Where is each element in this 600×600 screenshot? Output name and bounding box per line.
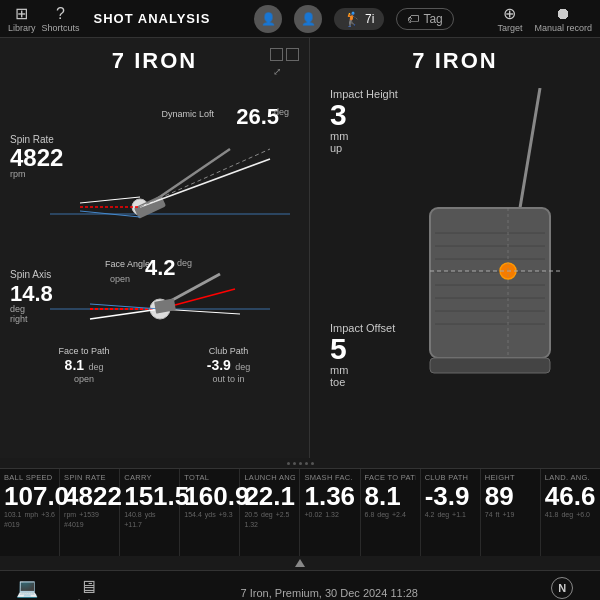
data-button[interactable]: 💻 Data (D) xyxy=(10,577,44,601)
shortcuts-label: Shortcuts xyxy=(42,23,80,33)
stat-sub-1: rpm+1539#4019 xyxy=(64,511,115,528)
stat-sub-9: 41.8deg+6.0 xyxy=(545,511,596,518)
stat-value-7: -3.9 xyxy=(425,482,476,511)
session-label: 7 Iron, Premium, 30 Dec 2024 11:28 xyxy=(241,587,418,599)
club-path-deg: deg xyxy=(235,362,250,372)
club-selector[interactable]: 🏌 7i xyxy=(334,8,384,30)
stat-value-5: 1.36 xyxy=(304,482,355,511)
triangle-up-icon xyxy=(295,559,305,567)
stat-col-0: BALL SPEED107.0103.1mph+3.6#019 xyxy=(0,469,60,556)
club-icon: 🏌 xyxy=(344,11,361,27)
topbar-center: 👤 👤 🏌 7i 🏷 Tag xyxy=(210,5,497,33)
lower-shot-vis: Spin Axis 14.8 degright Face Angle 4.2 d… xyxy=(0,249,309,389)
normalize-button[interactable]: N Normalize (N) xyxy=(534,577,590,601)
shortcuts-button[interactable]: ? Shortcuts xyxy=(42,5,80,33)
face-to-path-value: 8.1 xyxy=(65,357,84,373)
impact-height-section: Impact Height 3 mm up xyxy=(330,88,398,154)
expand-arrows: ⤢ xyxy=(270,65,283,78)
clubhead-area xyxy=(390,88,590,408)
tag-button[interactable]: 🏷 Tag xyxy=(396,8,453,30)
avatar2: 👤 xyxy=(294,5,322,33)
left-panel: 7 IRON ⤢ Spin Rate 4822 rpm Dynamic Loft… xyxy=(0,38,310,458)
stat-value-9: 46.6 xyxy=(545,482,596,511)
spin-axis-label: Spin Axis xyxy=(10,269,51,280)
triangle-indicator xyxy=(0,556,600,570)
bottom-left: 💻 Data (D) 🖥 Extended screens xyxy=(10,577,124,601)
library-label: Library xyxy=(8,23,36,33)
topbar: ⊞ Library ? Shortcuts SHOT ANALYSIS 👤 👤 … xyxy=(0,0,600,38)
tag-label: Tag xyxy=(423,12,442,26)
target-icon: ⊕ xyxy=(503,4,516,23)
stat-sub-6: 6.8deg+2.4 xyxy=(365,511,416,518)
svg-line-8 xyxy=(140,149,270,207)
club-path-sub: out to in xyxy=(207,374,251,384)
club-path-stat: Club Path -3.9 deg out to in xyxy=(207,346,251,384)
bottom-bar: 💻 Data (D) 🖥 Extended screens 7 Iron, Pr… xyxy=(0,570,600,600)
bottom-right: N Normalize (N) xyxy=(534,577,590,601)
club-label: 7i xyxy=(365,12,374,26)
tag-icon: 🏷 xyxy=(407,12,419,26)
stat-col-3: TOTAL160.9154.4yds+9.3 xyxy=(180,469,240,556)
library-button[interactable]: ⊞ Library xyxy=(8,4,36,33)
left-panel-title: 7 IRON xyxy=(0,38,309,74)
svg-rect-19 xyxy=(430,208,550,358)
impact-offset-dir: toe xyxy=(330,376,395,388)
expand-box-tl xyxy=(270,48,283,61)
stat-col-7: CLUB PATH-3.94.2deg+1.1 xyxy=(421,469,481,556)
clubhead-svg xyxy=(390,88,590,408)
svg-rect-31 xyxy=(430,358,550,373)
divider xyxy=(0,458,600,468)
stat-value-2: 151.5 xyxy=(124,482,175,511)
impact-height-unit: mm xyxy=(330,130,398,142)
topbar-right: ⊕ Target ⏺ Manual record xyxy=(497,4,592,33)
main-content: 7 IRON ⤢ Spin Rate 4822 rpm Dynamic Loft… xyxy=(0,38,600,458)
extended-screens-button[interactable]: 🖥 Extended screens xyxy=(52,577,124,600)
stat-col-6: FACE TO PATH8.16.8deg+2.4 xyxy=(361,469,421,556)
stat-col-9: LAND. ANG.46.641.8deg+6.0 xyxy=(541,469,600,556)
avatar: 👤 xyxy=(254,5,282,33)
stat-sub-7: 4.2deg+1.1 xyxy=(425,511,476,518)
stat-col-2: CARRY151.5140.8yds+11.7 xyxy=(120,469,180,556)
session-info: 7 Iron, Premium, 30 Dec 2024 11:28 xyxy=(124,587,534,599)
face-to-path-title: Face to Path xyxy=(59,346,110,356)
face-to-path-deg: deg xyxy=(89,362,104,372)
right-panel-title: 7 IRON xyxy=(310,38,600,74)
stat-col-5: SMASH FAC.1.36+0.021.32 xyxy=(300,469,360,556)
stat-col-1: SPIN RATE4822rpm+1539#4019 xyxy=(60,469,120,556)
manual-record-icon: ⏺ xyxy=(555,5,571,23)
stat-value-1: 4822 xyxy=(64,482,115,511)
stat-sub-5: +0.021.32 xyxy=(304,511,355,518)
spin-rate-unit: rpm xyxy=(10,169,26,179)
club-path-value: -3.9 xyxy=(207,357,231,373)
stat-value-3: 160.9 xyxy=(184,482,235,511)
target-label: Target xyxy=(497,23,522,33)
expand-box-tr xyxy=(286,48,299,61)
impact-offset-unit: mm xyxy=(330,364,395,376)
club-path-title: Club Path xyxy=(207,346,251,356)
club-swing-svg xyxy=(50,119,290,249)
svg-line-13 xyxy=(90,309,160,319)
expand-icons[interactable]: ⤢ xyxy=(270,48,299,78)
data-icon: 💻 xyxy=(16,577,38,599)
stat-sub-3: 154.4yds+9.3 xyxy=(184,511,235,518)
stat-sub-0: 103.1mph+3.6#019 xyxy=(4,511,55,528)
bottom-labels: Face to Path 8.1 deg open Club Path -3.9… xyxy=(0,346,309,384)
impact-offset-value: 5 xyxy=(330,334,395,364)
stat-sub-2: 140.8yds+11.7 xyxy=(124,511,175,528)
right-panel: 7 IRON Impact Height 3 mm up Impact Offs… xyxy=(310,38,600,458)
divider-dots xyxy=(287,462,314,465)
manual-record-label: Manual record xyxy=(534,23,592,33)
stat-value-8: 89 xyxy=(485,482,536,511)
target-button[interactable]: ⊕ Target xyxy=(497,4,522,33)
app-title: SHOT ANALYSIS xyxy=(94,11,211,26)
stats-bar: BALL SPEED107.0103.1mph+3.6#019SPIN RATE… xyxy=(0,468,600,556)
dynamic-loft-deg: deg xyxy=(274,107,289,117)
screens-icon: 🖥 xyxy=(79,577,97,598)
impact-height-value: 3 xyxy=(330,100,398,130)
stat-col-4: LAUNCH ANG.22.120.5deg+2.51.32 xyxy=(240,469,300,556)
svg-line-18 xyxy=(520,88,540,208)
stat-col-8: HEIGHT8974ft+19 xyxy=(481,469,541,556)
impact-offset-section: Impact Offset 5 mm toe xyxy=(330,322,395,388)
manual-record-button[interactable]: ⏺ Manual record xyxy=(534,5,592,33)
face-to-path-sub: open xyxy=(59,374,110,384)
